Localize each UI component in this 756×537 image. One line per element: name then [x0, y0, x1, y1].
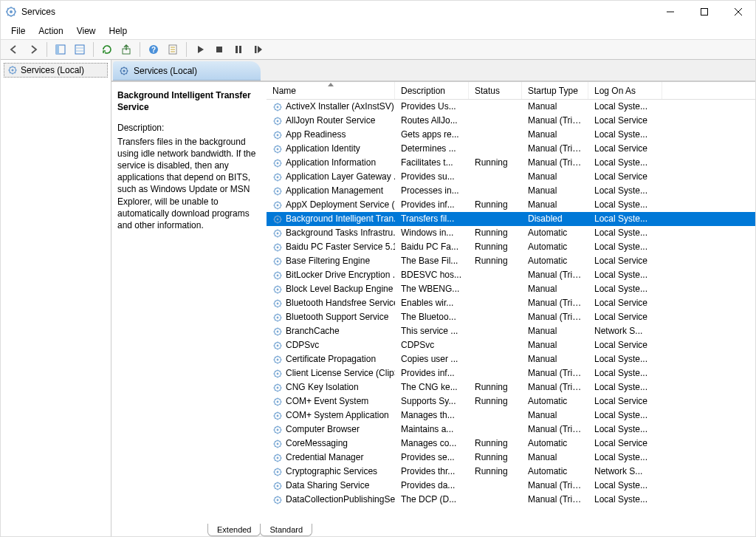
- start-service-button[interactable]: [191, 41, 209, 58]
- menu-view[interactable]: View: [71, 24, 102, 38]
- cell-description: Routes AllJo...: [395, 114, 469, 128]
- console-tree[interactable]: Services (Local): [1, 60, 111, 536]
- service-row[interactable]: Bluetooth Support ServiceThe Bluetoo...M…: [267, 310, 755, 324]
- service-row[interactable]: Client License Service (ClipS...Provides…: [267, 366, 755, 380]
- cell-status: [469, 310, 522, 324]
- service-row[interactable]: AppX Deployment Service (...Provides inf…: [267, 198, 755, 212]
- svg-point-47: [277, 302, 279, 304]
- service-row[interactable]: AllJoyn Router ServiceRoutes AllJo...Man…: [267, 114, 755, 128]
- cell-status: [469, 100, 522, 114]
- pane-body: Background Intelligent Transfer Service …: [111, 81, 755, 520]
- pause-service-button[interactable]: [230, 41, 247, 58]
- menu-action[interactable]: Action: [32, 24, 69, 38]
- cell-logon: Local Syste...: [588, 352, 662, 366]
- service-row[interactable]: Base Filtering EngineThe Base Fil...Runn…: [267, 254, 755, 268]
- back-button[interactable]: [5, 41, 23, 58]
- service-row[interactable]: Application InformationFacilitates t...R…: [267, 156, 755, 170]
- refresh-button[interactable]: [98, 41, 116, 58]
- service-row[interactable]: CNG Key IsolationThe CNG ke...RunningMan…: [267, 380, 755, 394]
- gear-icon: [272, 411, 283, 421]
- service-row[interactable]: BranchCacheThis service ...ManualNetwork…: [267, 324, 755, 338]
- service-row[interactable]: Data Sharing ServiceProvides da...Manual…: [267, 479, 755, 493]
- gear-icon: [272, 130, 283, 140]
- service-row[interactable]: Certificate PropagationCopies user ...Ma…: [267, 352, 755, 366]
- cell-description: Provides inf...: [395, 198, 469, 212]
- cell-status: [469, 282, 522, 296]
- service-row[interactable]: Application Layer Gateway ...Provides su…: [267, 170, 755, 184]
- cell-status: [469, 184, 522, 198]
- service-row[interactable]: App ReadinessGets apps re...ManualLocal …: [267, 128, 755, 142]
- cell-startup: Manual: [522, 451, 588, 465]
- service-row[interactable]: BitLocker Drive Encryption ...BDESVC hos…: [267, 268, 755, 282]
- service-row[interactable]: DataCollectionPublishingSe...The DCP (D.…: [267, 493, 755, 507]
- cell-logon: Local Service: [588, 437, 662, 451]
- cell-name: DataCollectionPublishingSe...: [267, 493, 395, 507]
- service-row[interactable]: Baidu PC Faster Service 5.1....Baidu PC …: [267, 240, 755, 254]
- cell-startup: Manual (Trig...: [522, 423, 588, 437]
- service-row[interactable]: CoreMessagingManages co...RunningAutomat…: [267, 437, 755, 451]
- service-row[interactable]: COM+ Event SystemSupports Sy...RunningAu…: [267, 394, 755, 408]
- minimize-button[interactable]: [653, 1, 687, 23]
- cell-startup: Disabled: [522, 212, 588, 226]
- svg-point-25: [277, 148, 279, 150]
- svg-point-33: [277, 204, 279, 206]
- list-rows[interactable]: ActiveX Installer (AxInstSV)Provides Us.…: [267, 100, 755, 520]
- restart-service-button[interactable]: [249, 41, 267, 58]
- maximize-button[interactable]: [687, 1, 721, 23]
- service-row[interactable]: COM+ System ApplicationManages th...Manu…: [267, 408, 755, 423]
- forward-button[interactable]: [24, 41, 42, 58]
- gear-icon: [272, 242, 283, 253]
- col-name[interactable]: Name: [267, 82, 395, 99]
- cell-name: CoreMessaging: [267, 437, 395, 451]
- service-row[interactable]: Cryptographic ServicesProvides thr...Run…: [267, 465, 755, 479]
- col-description[interactable]: Description: [395, 82, 469, 99]
- cell-logon: Local Syste...: [588, 212, 662, 226]
- close-button[interactable]: [721, 1, 755, 23]
- service-row[interactable]: Block Level Backup Engine ...The WBENG..…: [267, 282, 755, 296]
- col-logon[interactable]: Log On As: [588, 82, 662, 99]
- cell-name: Data Sharing Service: [267, 479, 395, 493]
- gear-icon: [119, 66, 129, 76]
- cell-startup: Manual: [522, 338, 588, 352]
- stop-service-button[interactable]: [210, 41, 228, 58]
- cell-name: BranchCache: [267, 324, 395, 338]
- menu-help[interactable]: Help: [103, 24, 134, 38]
- cell-name: CNG Key Isolation: [267, 380, 395, 394]
- service-row[interactable]: Bluetooth Handsfree ServiceEnables wir..…: [267, 296, 755, 310]
- tab-extended[interactable]: Extended: [207, 524, 261, 536]
- toolbar: ?: [1, 39, 755, 60]
- service-row[interactable]: Computer BrowserMaintains a...Manual (Tr…: [267, 423, 755, 437]
- gear-icon: [272, 453, 283, 463]
- service-row[interactable]: ActiveX Installer (AxInstSV)Provides Us.…: [267, 100, 755, 114]
- cell-description: Processes in...: [395, 184, 469, 198]
- tree-root-services[interactable]: Services (Local): [4, 63, 108, 78]
- toolbar-separator: [93, 42, 94, 57]
- properties-button[interactable]: [164, 41, 182, 58]
- cell-startup: Manual (Trig...: [522, 479, 588, 493]
- show-hide-tree-button[interactable]: [52, 41, 69, 58]
- gear-icon: [272, 481, 283, 491]
- export-button[interactable]: [117, 41, 135, 58]
- service-row[interactable]: Application ManagementProcesses in...Man…: [267, 184, 755, 198]
- col-startup[interactable]: Startup Type: [522, 82, 588, 99]
- cell-status: Running: [469, 254, 522, 268]
- svg-point-41: [277, 260, 279, 262]
- details-button[interactable]: [71, 41, 89, 58]
- cell-startup: Manual: [522, 408, 588, 423]
- cell-logon: Local Syste...: [588, 493, 662, 507]
- col-status[interactable]: Status: [469, 82, 522, 99]
- service-row[interactable]: Credential ManagerProvides se...RunningM…: [267, 451, 755, 465]
- service-row[interactable]: Application IdentityDetermines ...Manual…: [267, 142, 755, 156]
- service-row[interactable]: CDPSvcCDPSvcManualLocal Service: [267, 338, 755, 352]
- cell-description: The Bluetoo...: [395, 310, 469, 324]
- service-row[interactable]: Background Intelligent Tran...Transfers …: [267, 212, 755, 226]
- menubar: File Action View Help: [1, 23, 755, 39]
- tab-standard[interactable]: Standard: [260, 524, 312, 536]
- cell-logon: Local Syste...: [588, 198, 662, 212]
- cell-status: [469, 212, 522, 226]
- help-button[interactable]: ?: [145, 41, 162, 58]
- menu-file[interactable]: File: [5, 24, 31, 38]
- cell-logon: Local Syste...: [588, 479, 662, 493]
- service-row[interactable]: Background Tasks Infrastru...Windows in.…: [267, 226, 755, 240]
- cell-startup: Manual (Trig...: [522, 366, 588, 380]
